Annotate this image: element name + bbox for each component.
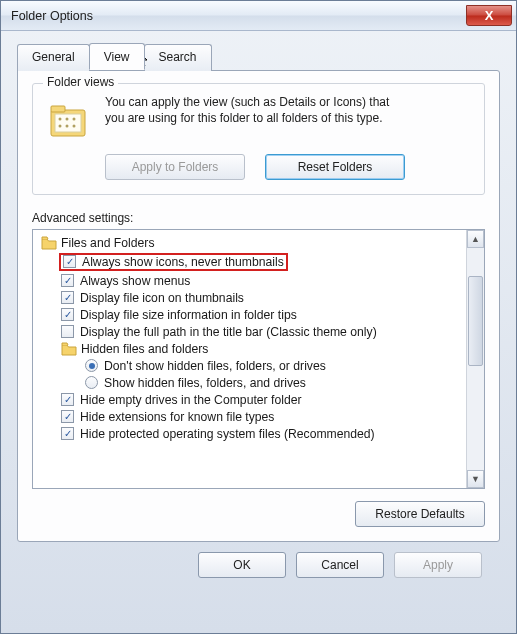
advanced-settings-content: Files and Folders ✓ Always show icons, n… (33, 230, 466, 488)
option-full-path-titlebar[interactable]: Display the full path in the title bar (… (35, 323, 464, 340)
checkbox-icon[interactable]: ✓ (61, 274, 74, 287)
group-hidden-files: Hidden files and folders (35, 340, 464, 357)
option-hide-protected-os-files[interactable]: ✓ Hide protected operating system files … (35, 425, 464, 442)
highlight-box: ✓ Always show icons, never thumbnails (59, 253, 288, 271)
svg-point-8 (73, 125, 76, 128)
reset-folders-button[interactable]: Reset Folders (265, 154, 405, 180)
option-full-path-titlebar-label: Display the full path in the title bar (… (80, 325, 377, 339)
radio-icon[interactable] (85, 359, 98, 372)
option-display-file-size-tips-label: Display file size information in folder … (80, 308, 297, 322)
scroll-down-button[interactable]: ▼ (467, 470, 484, 488)
tab-search[interactable]: Search (144, 44, 212, 71)
checkbox-icon[interactable]: ✓ (61, 308, 74, 321)
tab-search-label: Search (159, 50, 197, 64)
svg-point-6 (59, 125, 62, 128)
window-title: Folder Options (11, 9, 466, 23)
folder-icon (41, 236, 57, 250)
folder-views-legend: Folder views (43, 75, 118, 89)
apply-to-folders-label: Apply to Folders (132, 160, 219, 174)
close-button[interactable]: X (466, 5, 512, 26)
cancel-label: Cancel (321, 558, 358, 572)
svg-point-3 (59, 118, 62, 121)
scroll-thumb[interactable] (468, 276, 483, 366)
scrollbar[interactable]: ▲ ▼ (466, 230, 484, 488)
scroll-track[interactable] (467, 248, 484, 470)
dialog-buttons: OK Cancel Apply (17, 542, 500, 578)
tab-panel-view: Folder views You can apply the view (suc… (17, 70, 500, 542)
folder-views-text-line2: you are using for this folder to all fol… (105, 111, 382, 125)
advanced-settings-listbox[interactable]: Files and Folders ✓ Always show icons, n… (32, 229, 485, 489)
tab-strip: General View Search (17, 43, 500, 70)
svg-rect-1 (51, 106, 65, 112)
ok-label: OK (233, 558, 250, 572)
svg-point-7 (66, 125, 69, 128)
folder-views-text: You can apply the view (such as Details … (105, 94, 389, 144)
checkbox-icon[interactable]: ✓ (63, 255, 76, 268)
ok-button[interactable]: OK (198, 552, 286, 578)
group-files-and-folders: Files and Folders (35, 234, 464, 251)
option-always-show-icons-label: Always show icons, never thumbnails (82, 255, 284, 269)
group-files-and-folders-label: Files and Folders (61, 236, 154, 250)
folder-views-icon (45, 96, 93, 144)
option-always-show-menus[interactable]: ✓ Always show menus (35, 272, 464, 289)
close-icon: X (485, 8, 494, 23)
svg-point-5 (73, 118, 76, 121)
reset-folders-label: Reset Folders (298, 160, 373, 174)
option-dont-show-hidden-label: Don't show hidden files, folders, or dri… (104, 359, 326, 373)
cancel-button[interactable]: Cancel (296, 552, 384, 578)
tab-general[interactable]: General (17, 44, 90, 71)
option-hide-protected-os-files-label: Hide protected operating system files (R… (80, 427, 375, 441)
option-display-file-size-tips[interactable]: ✓ Display file size information in folde… (35, 306, 464, 323)
folder-icon (61, 342, 77, 356)
option-show-hidden[interactable]: Show hidden files, folders, and drives (35, 374, 464, 391)
option-always-show-icons[interactable]: ✓ Always show icons, never thumbnails (35, 251, 464, 272)
group-hidden-files-label: Hidden files and folders (81, 342, 208, 356)
apply-to-folders-button: Apply to Folders (105, 154, 245, 180)
folder-views-group: Folder views You can apply the view (suc… (32, 83, 485, 195)
option-hide-empty-drives[interactable]: ✓ Hide empty drives in the Computer fold… (35, 391, 464, 408)
option-display-file-icon-thumbnails[interactable]: ✓ Display file icon on thumbnails (35, 289, 464, 306)
titlebar[interactable]: Folder Options X (1, 1, 516, 31)
apply-button: Apply (394, 552, 482, 578)
checkbox-icon[interactable]: ✓ (61, 427, 74, 440)
folder-views-text-line1: You can apply the view (such as Details … (105, 95, 389, 109)
restore-defaults-button[interactable]: Restore Defaults (355, 501, 485, 527)
svg-rect-2 (55, 114, 81, 132)
radio-icon[interactable] (85, 376, 98, 389)
option-display-file-icon-thumbnails-label: Display file icon on thumbnails (80, 291, 244, 305)
folder-options-window: Folder Options X General View Search Fol… (0, 0, 517, 634)
option-always-show-menus-label: Always show menus (80, 274, 190, 288)
advanced-settings-label: Advanced settings: (32, 211, 485, 225)
tab-general-label: General (32, 50, 75, 64)
checkbox-icon[interactable]: ✓ (61, 393, 74, 406)
option-dont-show-hidden[interactable]: Don't show hidden files, folders, or dri… (35, 357, 464, 374)
option-hide-extensions-label: Hide extensions for known file types (80, 410, 274, 424)
tab-view-label: View (104, 50, 130, 64)
checkbox-icon[interactable]: ✓ (61, 291, 74, 304)
svg-point-4 (66, 118, 69, 121)
checkbox-icon[interactable]: ✓ (61, 410, 74, 423)
apply-label: Apply (423, 558, 453, 572)
option-show-hidden-label: Show hidden files, folders, and drives (104, 376, 306, 390)
option-hide-extensions[interactable]: ✓ Hide extensions for known file types (35, 408, 464, 425)
scroll-up-button[interactable]: ▲ (467, 230, 484, 248)
restore-defaults-label: Restore Defaults (375, 507, 464, 521)
option-hide-empty-drives-label: Hide empty drives in the Computer folder (80, 393, 302, 407)
tab-view[interactable]: View (89, 43, 145, 70)
checkbox-icon[interactable] (61, 325, 74, 338)
content-area: General View Search Folder views (1, 31, 516, 588)
